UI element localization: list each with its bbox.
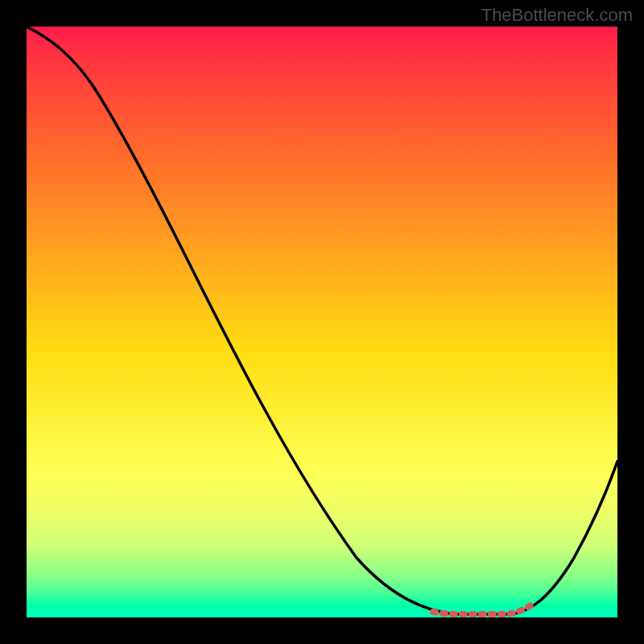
curve-path	[27, 27, 617, 614]
watermark-text: TheBottleneck.com	[481, 5, 633, 26]
bottleneck-chart	[27, 27, 617, 617]
